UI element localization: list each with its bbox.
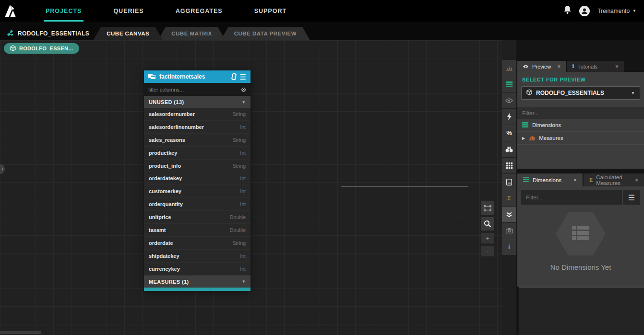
hexagon-badge [556, 212, 606, 255]
user-menu[interactable]: Treinamento▼ [597, 8, 636, 14]
table-card-header[interactable]: factinternetsales ☰ [144, 70, 250, 83]
column-row[interactable]: orderdatekey Int [144, 172, 250, 185]
table-icon[interactable] [502, 76, 516, 92]
zoom-in-button[interactable]: + [481, 233, 494, 243]
nav-item-aggregates[interactable]: AGGREGATES [160, 0, 239, 22]
double-chevron-down-icon[interactable] [502, 207, 516, 222]
column-type: String [233, 111, 246, 117]
sigma-icon[interactable]: Σ [502, 190, 516, 206]
bolt-icon[interactable] [502, 109, 516, 125]
column-type: Int [240, 201, 246, 207]
fit-screen-button[interactable] [481, 201, 494, 215]
close-icon[interactable]: × [573, 177, 577, 184]
column-row[interactable]: salesorderlinenumber Int [144, 121, 250, 134]
binoculars-icon[interactable] [502, 141, 516, 157]
horizontal-scrollbar[interactable] [0, 331, 41, 334]
tab-cube-canvas[interactable]: CUBE CANVAS [93, 27, 163, 40]
app-window: PROJECTS QUERIES AGGREGATES SUPPORT Trei… [0, 0, 644, 335]
magnifier-button[interactable] [481, 217, 494, 231]
close-icon[interactable]: × [635, 177, 638, 184]
tab-cube-data-preview[interactable]: CUBE DATA PREVIEW [221, 27, 310, 40]
tree-item-dimensions[interactable]: Dimensions [517, 119, 644, 132]
tab-calculated-measures[interactable]: Σ Calculated Measures × [584, 173, 644, 186]
close-icon[interactable]: × [557, 63, 561, 70]
column-row[interactable]: customerkey Int [144, 185, 250, 198]
column-name: orderquantity [149, 201, 240, 207]
column-type: Int [240, 253, 246, 259]
key-icon[interactable] [231, 73, 236, 80]
document-icon[interactable] [502, 174, 516, 190]
column-row[interactable]: productkey Int [144, 147, 250, 160]
column-name: unitprice [149, 214, 230, 220]
column-row[interactable]: shipdatekey Int [144, 250, 250, 263]
column-type: Int [240, 124, 246, 130]
chevron-down-icon: ▼ [632, 9, 636, 13]
column-row[interactable]: unitprice Double [144, 211, 250, 224]
atscale-logo-icon[interactable] [0, 0, 22, 22]
table-card-title: factinternetsales [159, 73, 228, 80]
column-name: salesordernumber [149, 111, 233, 117]
preview-filter-input[interactable] [517, 110, 644, 116]
column-row[interactable]: product_info String [144, 160, 250, 173]
close-icon[interactable]: × [615, 63, 619, 70]
column-type: String [233, 137, 246, 143]
bar-chart-icon[interactable] [502, 60, 516, 76]
column-name: customerkey [149, 188, 240, 194]
tab-preview[interactable]: Preview × [517, 61, 566, 72]
zoom-out-button[interactable]: - [481, 246, 494, 256]
table-icon [523, 177, 529, 183]
column-row[interactable]: orderquantity Int [144, 198, 250, 211]
column-type: String [233, 240, 246, 246]
column-row[interactable]: taxamt Double [144, 224, 250, 237]
chevron-right-icon[interactable]: ▶ [522, 136, 525, 140]
column-type: Int [240, 175, 246, 181]
project-chip[interactable]: RODOLFO_ESSEN... [4, 43, 79, 54]
tab-dimensions[interactable]: Dimensions × [517, 173, 583, 186]
table-card-factinternetsales[interactable]: factinternetsales ☰ ⊗ UNUSED (13) ▼ sale… [144, 70, 250, 291]
dimensions-filter-row: ☰ [521, 190, 640, 205]
project-breadcrumb[interactable]: RODOLFO_ESSENTIALS [0, 27, 98, 40]
grid-icon[interactable] [502, 158, 516, 173]
nav-item-support[interactable]: SUPPORT [239, 0, 302, 22]
card-resize-handle[interactable] [144, 288, 250, 291]
main-menu: PROJECTS QUERIES AGGREGATES SUPPORT [30, 0, 302, 22]
cube-icon [526, 89, 532, 97]
measures-section-header[interactable]: MEASURES (1) ▼ [144, 276, 250, 288]
table-icon [148, 74, 155, 80]
preview-panel: SELECT FOR PREVIEW RODOLFO_ESSENTIALS ▼ [517, 72, 644, 169]
nav-item-projects[interactable]: PROJECTS [30, 0, 97, 22]
clear-filter-icon[interactable]: ⊗ [241, 86, 246, 93]
unused-section-header[interactable]: UNUSED (13) ▼ [144, 96, 250, 108]
column-row[interactable]: salesordernumber String [144, 108, 250, 121]
info-icon[interactable]: i [502, 239, 516, 255]
bell-icon[interactable] [563, 5, 572, 16]
tree-item-measures[interactable]: ▶ Measures [517, 132, 644, 145]
filter-options-icon[interactable]: ☰ [623, 190, 640, 205]
tab-cube-matrix[interactable]: CUBE MATRIX [158, 27, 226, 40]
chevron-down-icon: ▼ [631, 91, 635, 95]
dimensions-filter-input[interactable] [521, 195, 622, 200]
tab-tutorials[interactable]: i Tutorials × [567, 61, 624, 72]
table-icon [522, 122, 528, 128]
card-menu-icon[interactable]: ☰ [240, 73, 246, 81]
filter-columns-input[interactable] [148, 87, 238, 92]
camera-icon[interactable] [502, 223, 516, 239]
column-name: shipdatekey [149, 253, 240, 259]
cube-icon [10, 45, 16, 52]
nav-right: Treinamento▼ [563, 5, 644, 16]
column-type: Int [240, 266, 246, 272]
column-name: sales_reasons [149, 137, 233, 143]
relationship-line [341, 186, 468, 187]
cube-select-dropdown[interactable]: RODOLFO_ESSENTIALS ▼ [521, 86, 640, 100]
dimensions-tab-row: Dimensions × Σ Calculated Measures × [517, 173, 644, 186]
column-row[interactable]: currencykey Int [144, 263, 250, 276]
cube-canvas[interactable]: RODOLFO_ESSEN... › factinterne [0, 40, 502, 335]
sigma-icon: Σ [589, 177, 593, 184]
nav-item-queries[interactable]: QUERIES [97, 0, 159, 22]
avatar-icon[interactable] [579, 6, 590, 16]
percent-icon[interactable]: % [502, 125, 516, 141]
eye-icon[interactable] [502, 92, 516, 108]
column-row[interactable]: orderdate String [144, 237, 250, 250]
left-panel-toggle[interactable]: › [0, 164, 5, 174]
column-row[interactable]: sales_reasons String [144, 134, 250, 147]
